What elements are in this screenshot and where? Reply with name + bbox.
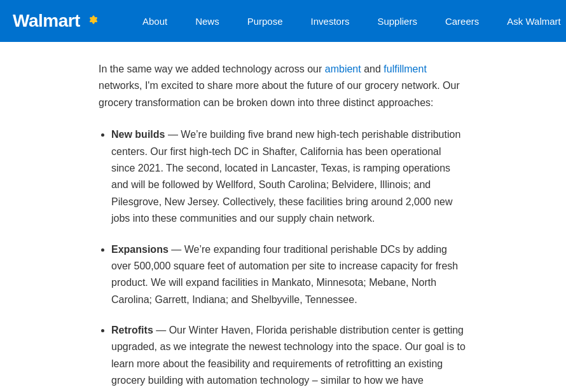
nav-news[interactable]: News (181, 0, 233, 42)
new-builds-body: — We’re building five brand new high-tec… (111, 129, 460, 224)
site-header: Walmart About News Purpose Investors Sup… (0, 0, 566, 42)
term-expansions: Expansions (111, 244, 169, 255)
ambient-link[interactable]: ambient (325, 64, 361, 74)
nav-investors[interactable]: Investors (297, 0, 364, 42)
logo-text: Walmart (13, 11, 80, 31)
intro-text-3: networks, I'm excited to share more abou… (99, 80, 460, 107)
nav-careers[interactable]: Careers (431, 0, 493, 42)
nav-suppliers[interactable]: Suppliers (363, 0, 431, 42)
list-item-new-builds: New builds — We’re building five brand n… (111, 126, 467, 227)
intro-text-2: and (361, 64, 384, 74)
fulfillment-link[interactable]: fulfillment (383, 64, 427, 74)
main-content: In the same way we added technology acro… (0, 42, 566, 392)
retrofits-body-1: — Our Winter Haven, Florida perishable d… (111, 325, 466, 392)
nav-purpose[interactable]: Purpose (233, 0, 297, 42)
nav-about[interactable]: About (128, 0, 181, 42)
term-new-builds: New builds (111, 129, 165, 140)
intro-paragraph: In the same way we added technology acro… (99, 61, 467, 111)
approaches-list: New builds — We’re building five brand n… (99, 126, 467, 392)
logo[interactable]: Walmart (13, 10, 103, 32)
main-nav: About News Purpose Investors Suppliers C… (128, 0, 566, 42)
nav-ask-walmart[interactable]: Ask Walmart (493, 0, 566, 42)
list-item-retrofits: Retrofits — Our Winter Haven, Florida pe… (111, 322, 467, 392)
list-item-expansions: Expansions — We’re expanding four tradit… (111, 241, 467, 309)
spark-icon (84, 10, 103, 32)
intro-text-1: In the same way we added technology acro… (99, 64, 325, 74)
term-retrofits: Retrofits (111, 325, 153, 335)
